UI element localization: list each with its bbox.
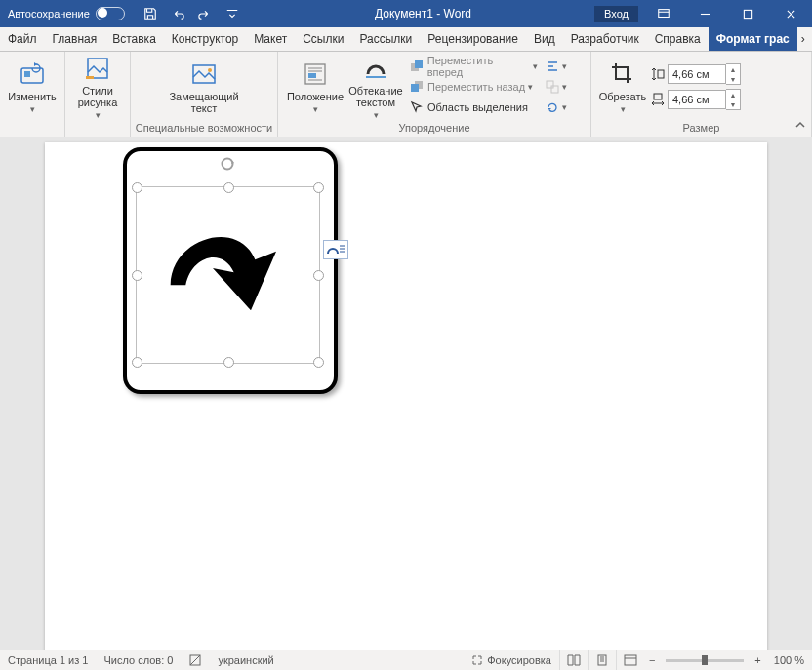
position-icon [301,59,330,89]
position-button[interactable]: Положение ▾ [284,54,346,120]
resize-handle-t[interactable] [223,182,234,193]
maximize-button[interactable] [726,0,769,27]
resize-handle-tl[interactable] [132,182,142,193]
tab-references[interactable]: Ссылки [295,27,351,51]
svg-rect-14 [547,81,553,88]
page[interactable] [45,142,767,650]
resize-handle-br[interactable] [313,357,324,368]
undo-button[interactable] [166,0,189,27]
zoom-slider[interactable] [666,659,744,662]
ribbon-display-options-button[interactable] [652,0,675,27]
wrap-text-label: Обтекание текстом [346,85,405,108]
svg-point-18 [222,159,232,170]
zoom-out-button[interactable]: − [644,654,660,666]
spellcheck-button[interactable] [181,653,210,667]
tab-layout[interactable]: Макет [246,27,295,51]
zoom-level[interactable]: 100 % [766,654,812,666]
autosave-switch-icon [96,7,125,20]
save-button[interactable] [139,0,162,27]
status-bar: Страница 1 из 1 Число слов: 0 украинский… [0,650,812,670]
align-icon [546,59,559,74]
autosave-label: Автосохранение [8,8,90,20]
collapse-ribbon-button[interactable] [794,119,806,134]
position-label: Положение [287,91,344,102]
group-accessibility-label: Специальные возможности [131,122,277,138]
group-arrange-label: Упорядочение [278,122,590,138]
group-styles-label [65,122,130,138]
minimize-button[interactable] [683,0,726,27]
title-bar: Автосохранение Документ1 - Word Вход [0,0,812,27]
layout-options-button[interactable] [323,240,348,259]
change-picture-button[interactable]: Изменить ▾ [6,54,59,120]
tab-review[interactable]: Рецензирование [420,27,526,51]
wrap-text-icon [361,54,390,83]
autosave-toggle[interactable]: Автосохранение [0,7,131,20]
group-button[interactable]: ▾ [542,77,569,97]
picture-styles-button[interactable]: Стили рисунка ▾ [71,54,124,120]
chevron-down-icon: ▾ [621,104,626,114]
focus-mode-button[interactable]: Фокусировка [464,654,559,666]
shape-width-field[interactable]: 4,66 см ▲▼ [648,89,741,110]
tab-picture-format[interactable]: Формат грас [709,27,797,51]
tab-developer[interactable]: Разработчик [563,27,647,51]
tab-home[interactable]: Главная [45,27,105,51]
resize-handle-l[interactable] [132,270,142,281]
height-spinner[interactable]: ▲▼ [726,63,741,85]
word-count[interactable]: Число слов: 0 [96,654,181,666]
redo-button[interactable] [193,0,217,27]
height-value[interactable]: 4,66 см [668,64,726,84]
chevron-down-icon: ▾ [30,104,35,114]
selection-pane-icon [409,99,425,115]
rotate-icon [546,99,559,115]
shape-height-field[interactable]: 4,66 см ▲▼ [648,63,741,85]
svg-rect-1 [744,10,751,18]
picture-styles-label: Стили рисунка [71,85,124,108]
tab-view[interactable]: Вид [526,27,563,51]
wrap-text-button[interactable]: Обтекание текстом ▾ [346,54,405,120]
selection-pane-button[interactable]: Область выделения [405,98,542,117]
svg-rect-5 [86,76,94,79]
rotate-button[interactable]: ▾ [542,98,569,117]
web-layout-button[interactable] [616,650,644,670]
resize-handle-bl[interactable] [132,357,142,368]
alt-text-icon [189,59,219,89]
svg-rect-16 [658,70,664,78]
svg-rect-17 [654,94,662,99]
crop-button[interactable]: Обрезать ▾ [597,54,648,120]
sign-in-button[interactable]: Вход [594,6,638,22]
resize-handle-r[interactable] [313,270,324,281]
chevron-down-icon: ▾ [96,110,101,120]
height-icon [648,64,668,84]
resize-handle-tr[interactable] [313,182,324,193]
document-area [0,137,812,650]
page-count[interactable]: Страница 1 из 1 [0,654,96,666]
tab-insert[interactable]: Вставка [104,27,164,51]
tabs-scroll-right-icon[interactable]: › [797,27,809,51]
tab-file[interactable]: Файл [0,27,45,51]
align-button[interactable]: ▾ [542,57,569,76]
bring-forward-button[interactable]: Переместить вперед▾ [405,57,542,76]
read-mode-button[interactable] [559,650,588,670]
svg-point-7 [208,68,212,72]
close-button[interactable] [769,0,812,27]
language-button[interactable]: украинский [210,654,281,666]
ribbon: Изменить ▾ Стили рисунка ▾ Замещающий те… [0,52,812,138]
ribbon-tabs: Файл Главная Вставка Конструктор Макет С… [0,27,812,52]
resize-handle-b[interactable] [223,357,234,368]
send-backward-button[interactable]: Переместить назад▾ [405,77,542,97]
svg-rect-15 [551,86,558,93]
qat-customize-button[interactable] [221,0,244,27]
group-accessibility: Замещающий текст Специальные возможности [131,52,278,138]
tab-design[interactable]: Конструктор [164,27,246,51]
tab-mailings[interactable]: Рассылки [351,27,420,51]
zoom-in-button[interactable]: + [750,654,765,666]
alt-text-button[interactable]: Замещающий текст [155,54,253,120]
crop-icon [608,59,637,89]
width-spinner[interactable]: ▲▼ [726,89,741,110]
print-layout-button[interactable] [588,650,616,670]
picture-styles-icon [83,54,112,83]
width-value[interactable]: 4,66 см [668,90,726,109]
tab-help[interactable]: Справка [647,27,709,51]
selection-rectangle[interactable] [136,186,320,364]
rotate-handle[interactable] [220,156,235,172]
